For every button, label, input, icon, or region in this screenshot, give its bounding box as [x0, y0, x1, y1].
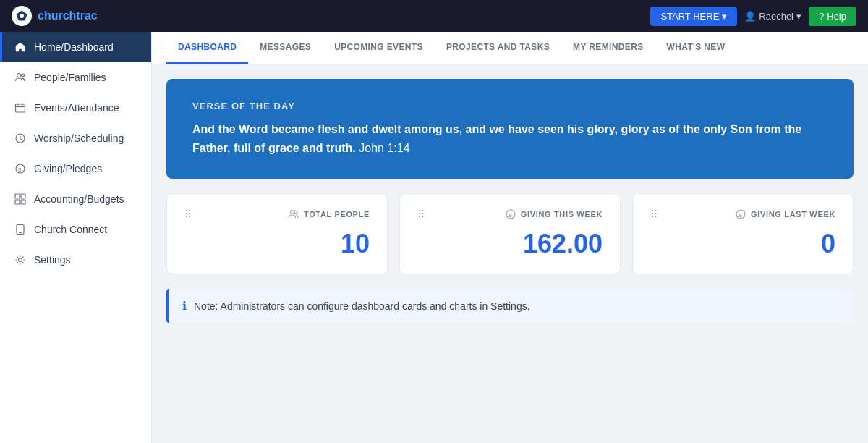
- stat-card-giving-this-week: ⠿ $ GIVING THIS WEEK 162.00: [399, 193, 621, 274]
- clock-icon: [14, 132, 27, 145]
- stat-label-total-people: TOTAL PEOPLE: [288, 208, 370, 220]
- sidebar-item-worship-scheduling[interactable]: Worship/Scheduling: [0, 123, 151, 153]
- svg-text:$: $: [509, 212, 512, 219]
- sidebar-item-accounting-budgets[interactable]: Accounting/Budgets: [0, 184, 151, 214]
- start-here-button[interactable]: START HERE: [650, 7, 737, 26]
- people-stat-icon: [288, 208, 299, 220]
- giving-stat-icon: $: [505, 208, 516, 220]
- svg-point-20: [290, 211, 294, 214]
- info-note-text: Note: Administrators can configure dashb…: [194, 300, 530, 312]
- sidebar-item-label: Settings: [34, 254, 71, 266]
- verse-reference-text: John 1:14: [359, 142, 409, 154]
- sidebar-item-label: Church Connect: [34, 224, 107, 235]
- logo-icon: [12, 6, 32, 26]
- sidebar-item-giving-pledges[interactable]: $ Giving/Pledges: [0, 153, 151, 184]
- stats-row: ⠿ TOTAL PEOPLE 10: [166, 193, 854, 274]
- svg-rect-4: [16, 104, 25, 112]
- tab-dashboard[interactable]: DASHBOARD: [166, 32, 248, 64]
- svg-point-1: [20, 14, 24, 18]
- phone-icon: [14, 223, 27, 236]
- tab-projects-tasks[interactable]: PROJECTS AND TASKS: [435, 32, 561, 64]
- top-bar-right: START HERE 👤 Raechel ▾ ? Help: [650, 7, 856, 26]
- svg-text:$: $: [739, 212, 742, 219]
- stat-label-giving-this-week: $ GIVING THIS WEEK: [505, 208, 603, 220]
- tab-bar: DASHBOARD MESSAGES UPCOMING EVENTS PROJE…: [152, 32, 868, 64]
- sidebar-item-label: Giving/Pledges: [34, 163, 102, 174]
- svg-text:$: $: [18, 166, 22, 173]
- sidebar-item-label: Home/Dashboard: [34, 41, 114, 53]
- dashboard-content: VERSE OF THE DAY And the Word became fle…: [152, 64, 868, 443]
- chevron-down-icon: ▾: [796, 11, 801, 22]
- help-button[interactable]: ? Help: [809, 7, 856, 26]
- stat-value-giving-this-week: 162.00: [417, 229, 603, 259]
- svg-point-19: [19, 258, 22, 262]
- top-bar: churchtrac START HERE 👤 Raechel ▾ ? Help: [0, 0, 868, 32]
- svg-point-21: [294, 211, 297, 214]
- sidebar-item-label: People/Families: [34, 72, 106, 83]
- main-layout: Home/Dashboard People/Families: [0, 32, 868, 443]
- people-icon: [14, 71, 27, 84]
- stat-card-giving-last-week: ⠿ $ GIVING LAST WEEK 0: [632, 193, 854, 274]
- tab-whats-new[interactable]: WHAT'S NEW: [655, 32, 737, 64]
- stat-value-total-people: 10: [184, 229, 370, 259]
- info-icon: ℹ: [182, 299, 187, 313]
- sidebar-item-people-families[interactable]: People/Families: [0, 62, 151, 93]
- sidebar: Home/Dashboard People/Families: [0, 32, 152, 443]
- stat-header-total-people: ⠿ TOTAL PEOPLE: [184, 208, 370, 220]
- sidebar-item-label: Worship/Scheduling: [34, 132, 124, 144]
- drag-handle-icon[interactable]: ⠿: [184, 208, 192, 220]
- sidebar-item-events-attendance[interactable]: Events/Attendance: [0, 93, 151, 123]
- drag-handle-icon[interactable]: ⠿: [650, 208, 658, 220]
- svg-point-2: [17, 74, 21, 77]
- tab-messages[interactable]: MESSAGES: [248, 32, 323, 64]
- user-menu-button[interactable]: 👤 Raechel ▾: [744, 11, 801, 22]
- drag-handle-icon[interactable]: ⠿: [417, 208, 425, 220]
- sidebar-item-church-connect[interactable]: Church Connect: [0, 214, 151, 245]
- giving-icon: $: [14, 162, 27, 175]
- info-note: ℹ Note: Administrators can configure das…: [166, 289, 854, 323]
- stat-value-giving-last-week: 0: [650, 229, 835, 259]
- help-icon: ?: [819, 11, 824, 22]
- settings-icon: [14, 253, 27, 266]
- stat-label-giving-last-week: $ GIVING LAST WEEK: [735, 208, 835, 220]
- user-icon: 👤: [744, 11, 756, 22]
- verse-of-the-day-card: VERSE OF THE DAY And the Word became fle…: [166, 79, 854, 179]
- svg-rect-13: [15, 194, 20, 198]
- svg-line-10: [20, 139, 22, 140]
- sidebar-item-home-dashboard[interactable]: Home/Dashboard: [0, 32, 151, 62]
- sidebar-item-label: Accounting/Budgets: [34, 193, 124, 205]
- giving-last-stat-icon: $: [735, 208, 746, 220]
- svg-rect-15: [15, 200, 20, 204]
- verse-label: VERSE OF THE DAY: [192, 101, 827, 111]
- logo: churchtrac: [12, 6, 98, 26]
- logo-text: churchtrac: [38, 9, 98, 22]
- stat-card-total-people: ⠿ TOTAL PEOPLE 10: [166, 193, 388, 274]
- content-area: DASHBOARD MESSAGES UPCOMING EVENTS PROJE…: [152, 32, 868, 443]
- stat-header-giving-this-week: ⠿ $ GIVING THIS WEEK: [417, 208, 603, 220]
- svg-rect-14: [21, 194, 25, 198]
- svg-point-3: [22, 74, 25, 77]
- svg-rect-16: [21, 200, 25, 204]
- verse-text: And the Word became flesh and dwelt amon…: [192, 120, 827, 157]
- sidebar-item-label: Events/Attendance: [34, 102, 119, 114]
- calendar-icon: [14, 101, 27, 114]
- verse-text-bold: And the Word became flesh and dwelt amon…: [192, 123, 801, 154]
- sidebar-item-settings[interactable]: Settings: [0, 245, 151, 275]
- accounting-icon: [14, 193, 27, 206]
- home-icon: [14, 41, 27, 54]
- tab-upcoming-events[interactable]: UPCOMING EVENTS: [323, 32, 435, 64]
- stat-header-giving-last-week: ⠿ $ GIVING LAST WEEK: [650, 208, 835, 220]
- tab-my-reminders[interactable]: MY REMINDERS: [561, 32, 655, 64]
